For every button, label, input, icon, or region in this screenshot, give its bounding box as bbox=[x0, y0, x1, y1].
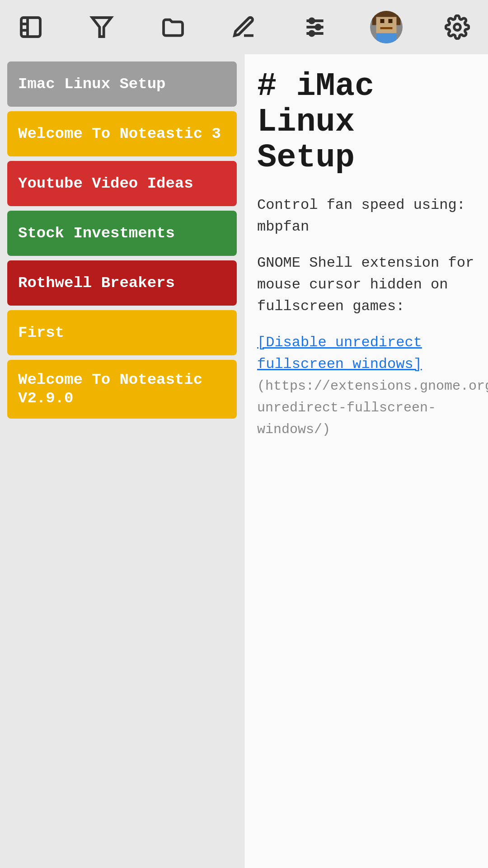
note-body: Control fan speed using: mbpfan GNOME Sh… bbox=[257, 194, 475, 440]
note-body-paragraph1: Control fan speed using: mbpfan bbox=[257, 194, 475, 238]
svg-point-19 bbox=[454, 24, 460, 30]
svg-rect-13 bbox=[388, 19, 392, 23]
note-link[interactable]: [Disable unredirect fullscreen windows] bbox=[257, 334, 422, 373]
note-item-stock[interactable]: Stock Investments bbox=[7, 211, 237, 256]
svg-point-8 bbox=[310, 19, 314, 23]
svg-rect-18 bbox=[376, 33, 396, 44]
filter-icon[interactable] bbox=[85, 11, 118, 43]
svg-rect-14 bbox=[380, 27, 392, 29]
svg-rect-0 bbox=[21, 18, 40, 37]
note-body-link: [Disable unredirect fullscreen windows] … bbox=[257, 332, 475, 440]
sidebar-toggle-icon[interactable] bbox=[14, 11, 47, 43]
svg-point-10 bbox=[310, 31, 314, 35]
note-item-welcome-3[interactable]: Welcome To Noteastic 3 bbox=[7, 111, 237, 156]
svg-rect-12 bbox=[380, 19, 384, 23]
note-item-first[interactable]: First bbox=[7, 310, 237, 355]
svg-rect-17 bbox=[396, 13, 400, 25]
avatar-icon[interactable] bbox=[370, 11, 403, 43]
note-item-welcome-v2[interactable]: Welcome To Noteastic V2.9.0 bbox=[7, 360, 237, 419]
svg-marker-4 bbox=[92, 18, 111, 37]
edit-icon[interactable] bbox=[228, 11, 260, 43]
note-title: # iMacLinuxSetup bbox=[257, 69, 475, 176]
sliders-icon[interactable] bbox=[299, 11, 331, 43]
note-item-imac-linux[interactable]: Imac Linux Setup bbox=[7, 61, 237, 107]
note-item-youtube[interactable]: Youtube Video Ideas bbox=[7, 161, 237, 206]
note-list-panel: Imac Linux Setup Welcome To Noteastic 3 … bbox=[0, 54, 244, 868]
svg-rect-15 bbox=[374, 11, 399, 17]
folder-icon[interactable] bbox=[157, 11, 189, 43]
note-link-url: (https://extensions.gnome.org/extension/… bbox=[257, 378, 488, 437]
note-content-panel: # iMacLinuxSetup Control fan speed using… bbox=[244, 54, 488, 868]
svg-point-9 bbox=[316, 25, 320, 29]
svg-rect-16 bbox=[372, 13, 376, 25]
note-body-paragraph2: GNOME Shell extension for mouse cursor h… bbox=[257, 252, 475, 317]
toolbar bbox=[0, 0, 488, 54]
note-item-rothwell[interactable]: Rothwell Breakers bbox=[7, 260, 237, 306]
settings-icon[interactable] bbox=[441, 11, 474, 43]
main-layout: Imac Linux Setup Welcome To Noteastic 3 … bbox=[0, 54, 488, 868]
